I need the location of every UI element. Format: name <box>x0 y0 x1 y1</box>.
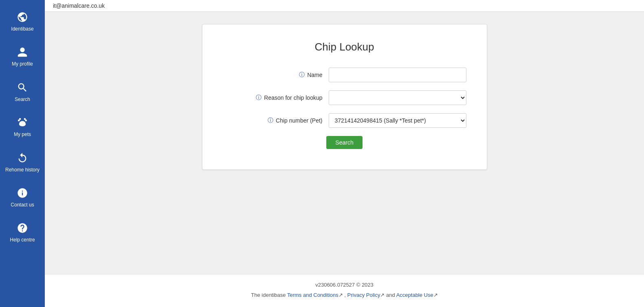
question-icon <box>17 222 28 235</box>
terms-link[interactable]: Terms and Conditions <box>287 292 338 298</box>
footer-text: The identibase <box>251 292 287 298</box>
sidebar-item-contact-label: Contact us <box>11 202 34 208</box>
rehome-icon <box>17 152 28 165</box>
name-input[interactable] <box>329 68 466 82</box>
sidebar-item-identibase-label: Identibase <box>11 26 33 32</box>
topbar: it@animalcare.co.uk <box>45 0 644 12</box>
sidebar-item-search-label: Search <box>15 96 30 102</box>
sidebar-item-my-profile-label: My profile <box>12 61 33 67</box>
sidebar-item-rehome-history[interactable]: Rehome history <box>0 145 45 180</box>
footer: v230606.072527 © 2023 The identibase Ter… <box>45 274 644 307</box>
name-info-icon[interactable]: ⓘ <box>299 71 305 79</box>
footer-links: The identibase Terms and Conditions↗ , P… <box>53 291 636 300</box>
sidebar-item-my-profile[interactable]: My profile <box>0 39 45 74</box>
sidebar-item-contact-us[interactable]: Contact us <box>0 180 45 215</box>
search-icon <box>17 82 28 95</box>
content-area: Chip Lookup ⓘ Name ⓘ Reason for chip loo… <box>45 12 644 274</box>
footer-and: and <box>386 292 396 298</box>
sidebar-item-identibase[interactable]: Identibase <box>0 4 45 39</box>
sidebar-item-help-label: Help centre <box>10 237 35 243</box>
chip-number-label: ⓘ Chip number (Pet) <box>223 117 329 124</box>
chip-lookup-card: Chip Lookup ⓘ Name ⓘ Reason for chip loo… <box>202 24 487 170</box>
search-button[interactable]: Search <box>326 136 362 149</box>
search-button-row: Search <box>223 136 466 149</box>
footer-separator: , <box>344 292 347 298</box>
sidebar-item-search[interactable]: Search <box>0 75 45 110</box>
footer-version: v230606.072527 © 2023 <box>53 282 636 288</box>
info-icon <box>17 187 28 200</box>
name-label: ⓘ Name <box>223 71 329 79</box>
main-content: it@animalcare.co.uk Chip Lookup ⓘ Name ⓘ… <box>45 0 644 307</box>
sidebar-item-my-pets[interactable]: My pets <box>0 110 45 145</box>
sidebar-item-rehome-label: Rehome history <box>5 167 40 173</box>
paw-icon <box>17 117 28 130</box>
acceptable-use-link[interactable]: Acceptable Use <box>396 292 433 298</box>
reason-field-group: ⓘ Reason for chip lookup Veterinary Lost… <box>223 90 466 105</box>
privacy-link[interactable]: Privacy Policy <box>347 292 380 298</box>
chip-number-select[interactable]: 372141420498415 (Sally *Test pet*) <box>329 113 466 128</box>
chip-number-field-group: ⓘ Chip number (Pet) 372141420498415 (Sal… <box>223 113 466 128</box>
globe-icon <box>17 11 28 24</box>
user-icon <box>17 46 28 59</box>
user-email: it@animalcare.co.uk <box>53 2 105 9</box>
sidebar-item-help-centre[interactable]: Help centre <box>0 215 45 250</box>
reason-select[interactable]: Veterinary Lost pet Found pet Other <box>329 90 466 105</box>
chip-info-icon[interactable]: ⓘ <box>268 117 273 124</box>
name-field-group: ⓘ Name <box>223 68 466 82</box>
reason-info-icon[interactable]: ⓘ <box>256 94 262 101</box>
card-title: Chip Lookup <box>223 41 466 53</box>
reason-label: ⓘ Reason for chip lookup <box>223 94 329 101</box>
sidebar-item-my-pets-label: My pets <box>14 132 31 137</box>
sidebar: Identibase My profile Search My pets Reh… <box>0 0 45 307</box>
